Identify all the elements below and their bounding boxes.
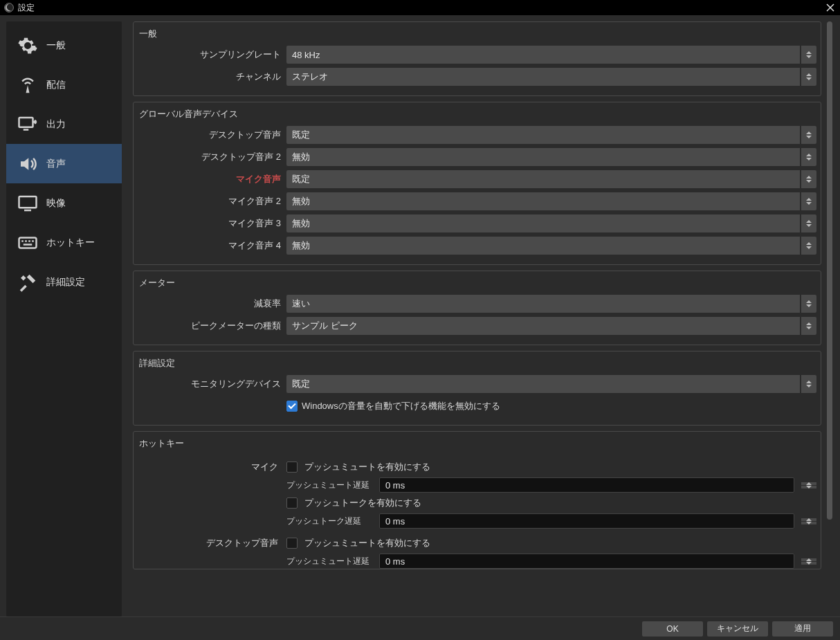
desktop-push-mute-delay-input[interactable]: 0 ms — [379, 554, 794, 569]
group-meters: メーター 減衰率 速い ピークメーターの種類 サンプル ピーク — [133, 271, 821, 345]
spin-button[interactable] — [801, 375, 816, 393]
mic-audio-4-label: マイク音声 4 — [138, 239, 286, 252]
svg-rect-4 — [24, 129, 29, 131]
gear-icon — [16, 34, 39, 57]
spin-button[interactable] — [801, 214, 816, 232]
group-title: 詳細設定 — [138, 356, 816, 374]
window-title: 設定 — [18, 2, 35, 14]
group-global-devices: グローバル音声デバイス デスクトップ音声 既定 デスクトップ音声 2 無効 — [133, 102, 821, 265]
spin-button[interactable] — [801, 482, 816, 488]
group-title: 一般 — [138, 26, 816, 44]
svg-rect-5 — [19, 196, 37, 208]
svg-rect-9 — [25, 240, 27, 242]
settings-scroll-area[interactable]: 一般 サンプリングレート 48 kHz チャンネル ステレオ — [133, 21, 834, 616]
close-button[interactable] — [823, 1, 837, 15]
sample-rate-label: サンプリングレート — [138, 48, 286, 61]
group-general: 一般 サンプリングレート 48 kHz チャンネル ステレオ — [133, 21, 821, 96]
push-talk-enable-checkbox[interactable] — [286, 497, 298, 509]
spin-button[interactable] — [801, 170, 816, 188]
monitoring-device-select[interactable]: 既定 — [286, 375, 800, 393]
spin-button[interactable] — [801, 237, 816, 255]
sidebar-item-hotkeys[interactable]: ホットキー — [6, 223, 122, 262]
desktop-audio-2-select[interactable]: 無効 — [286, 148, 800, 166]
sidebar: 一般 配信 出力 音声 映像 ホットキー 詳細設定 — [6, 21, 122, 616]
svg-rect-3 — [19, 118, 33, 127]
sidebar-item-label: 一般 — [46, 39, 66, 52]
peak-meter-label: ピークメーターの種類 — [138, 320, 286, 332]
scrollbar-thumb[interactable] — [827, 21, 832, 520]
hotkey-block-desktop: デスクトップ音声 プッシュミュートを有効にする プッシュミュート遅延 0 ms — [138, 534, 816, 569]
group-title: メーター — [138, 275, 816, 293]
sidebar-item-label: 映像 — [46, 197, 66, 210]
spin-button[interactable] — [801, 126, 816, 144]
disable-windows-ducking-checkbox[interactable] — [286, 401, 298, 412]
obs-logo-icon — [4, 3, 14, 12]
push-talk-enable-label: プッシュトークを有効にする — [304, 497, 421, 509]
spin-button[interactable] — [801, 68, 816, 86]
hotkey-desktop-label: デスクトップ音声 — [138, 534, 286, 569]
mic-audio-label: マイク音声 — [138, 173, 286, 185]
desktop-audio-2-label: デスクトップ音声 2 — [138, 151, 286, 163]
scrollbar[interactable] — [825, 21, 834, 616]
mic-audio-select[interactable]: 既定 — [286, 170, 800, 188]
push-mute-enable-checkbox[interactable] — [286, 461, 298, 473]
antenna-icon — [16, 73, 39, 97]
channel-label: チャンネル — [138, 71, 286, 83]
mic-audio-2-label: マイク音声 2 — [138, 195, 286, 208]
desktop-audio-select[interactable]: 既定 — [286, 126, 800, 144]
group-title: ホットキー — [138, 436, 816, 454]
hotkey-block-mic: マイク プッシュミュートを有効にする プッシュミュート遅延 0 ms — [138, 458, 816, 530]
desktop-audio-label: デスクトップ音声 — [138, 129, 286, 141]
push-talk-delay-input[interactable]: 0 ms — [379, 513, 794, 529]
keyboard-icon — [16, 231, 39, 255]
mic-audio-3-select[interactable]: 無効 — [286, 214, 800, 232]
disable-windows-ducking-label: Windowsの音量を自動で下げる機能を無効にする — [302, 400, 500, 412]
spin-button[interactable] — [801, 46, 816, 64]
spin-button[interactable] — [801, 295, 816, 313]
svg-rect-11 — [32, 240, 34, 242]
sidebar-item-advanced[interactable]: 詳細設定 — [6, 262, 122, 302]
peak-meter-select[interactable]: サンプル ピーク — [286, 317, 800, 335]
titlebar: 設定 — [0, 0, 840, 15]
monitor-out-icon — [16, 113, 39, 136]
sidebar-item-stream[interactable]: 配信 — [6, 65, 122, 104]
mic-audio-4-select[interactable]: 無効 — [286, 237, 800, 255]
spin-button[interactable] — [801, 192, 816, 210]
push-mute-delay-input[interactable]: 0 ms — [379, 477, 794, 493]
spin-button[interactable] — [801, 148, 816, 166]
sidebar-item-audio[interactable]: 音声 — [6, 144, 122, 183]
mic-audio-3-label: マイク音声 3 — [138, 217, 286, 230]
hotkey-mic-label: マイク — [138, 458, 286, 530]
dialog-footer: OK キャンセル 適用 — [0, 616, 840, 640]
sidebar-item-video[interactable]: 映像 — [6, 183, 122, 223]
sidebar-item-output[interactable]: 出力 — [6, 104, 122, 144]
group-title: グローバル音声デバイス — [138, 107, 816, 125]
sidebar-item-label: 詳細設定 — [46, 276, 85, 289]
channel-select[interactable]: ステレオ — [286, 68, 800, 86]
sample-rate-select[interactable]: 48 kHz — [286, 46, 800, 64]
desktop-push-mute-enable-label: プッシュミュートを有効にする — [304, 537, 430, 549]
spin-button[interactable] — [801, 558, 816, 565]
sidebar-item-label: 配信 — [46, 79, 66, 91]
cancel-button[interactable]: キャンセル — [707, 621, 768, 637]
decay-rate-select[interactable]: 速い — [286, 295, 800, 313]
svg-rect-10 — [28, 240, 30, 242]
sidebar-item-label: 音声 — [46, 158, 66, 170]
desktop-push-mute-delay-label: プッシュミュート遅延 — [286, 556, 372, 567]
push-mute-delay-label: プッシュミュート遅延 — [286, 479, 372, 491]
tools-icon — [16, 271, 39, 294]
push-talk-delay-label: プッシュトーク遅延 — [286, 515, 372, 527]
svg-rect-6 — [24, 209, 31, 211]
spin-button[interactable] — [801, 518, 816, 524]
svg-rect-8 — [21, 240, 24, 242]
spin-button[interactable] — [801, 317, 816, 335]
sidebar-item-general[interactable]: 一般 — [6, 26, 122, 65]
svg-rect-7 — [19, 237, 37, 248]
desktop-push-mute-enable-checkbox[interactable] — [286, 538, 298, 549]
monitor-icon — [16, 192, 39, 215]
speaker-icon — [16, 152, 39, 176]
apply-button[interactable]: 適用 — [772, 621, 833, 637]
mic-audio-2-select[interactable]: 無効 — [286, 192, 800, 210]
ok-button[interactable]: OK — [642, 621, 703, 637]
sidebar-item-label: 出力 — [46, 118, 66, 131]
